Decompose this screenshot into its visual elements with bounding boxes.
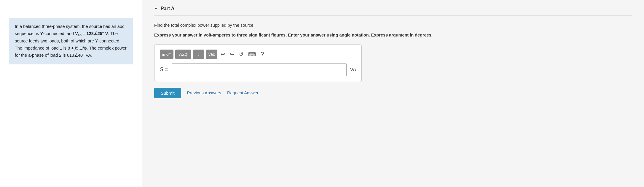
action-row: Submit Previous Answers Request Answer [154,88,632,98]
submit-button[interactable]: Submit [154,88,181,98]
unit-label: VA [350,67,356,72]
arrow-updown-button[interactable]: ↕ [193,50,204,59]
help-button[interactable]: ? [259,50,265,59]
left-panel: In a balanced three-phase system, the so… [0,0,142,187]
problem-description: In a balanced three-phase system, the so… [9,18,133,64]
fraction-sqrt-button[interactable]: ■5√□ [160,50,173,59]
question-instruction: Express your answer in volt-amperes to t… [154,32,632,39]
answer-input[interactable] [172,63,347,76]
undo-icon: ↩ [221,51,225,58]
arrow-updown-icon: ↕ [198,52,200,57]
help-icon: ? [261,51,264,58]
part-label: Part A [161,6,175,11]
part-header: ▼ Part A [154,6,632,16]
chevron-down-icon: ▼ [154,7,158,11]
input-row: S = VA [160,63,356,76]
right-panel: ▼ Part A Find the total complex power su… [142,0,644,187]
refresh-icon: ↺ [239,51,243,58]
previous-answers-button[interactable]: Previous Answers [187,91,221,95]
fraction-sqrt-icon: ■5√□ [162,52,171,57]
problem-text: In a balanced three-phase system, the so… [15,24,127,58]
answer-box: ■5√□ ΑΣφ ↕ vec ↩ ↪ ↺ ⌨ ? [154,45,362,82]
refresh-button[interactable]: ↺ [237,50,245,59]
vec-button[interactable]: vec [206,50,217,59]
keyboard-icon: ⌨ [248,51,256,58]
request-answer-button[interactable]: Request Answer [227,91,259,95]
vec-label: vec [208,52,215,57]
equation-label: S = [160,66,168,73]
redo-icon: ↪ [230,51,234,58]
greek-symbols-button[interactable]: ΑΣφ [175,50,191,59]
greek-symbols-icon: ΑΣφ [179,52,188,57]
undo-button[interactable]: ↩ [219,50,227,59]
keyboard-button[interactable]: ⌨ [247,50,257,59]
redo-button[interactable]: ↪ [228,50,236,59]
math-toolbar: ■5√□ ΑΣφ ↕ vec ↩ ↪ ↺ ⌨ ? [160,50,356,59]
question-text: Find the total complex power supplied by… [154,22,632,29]
